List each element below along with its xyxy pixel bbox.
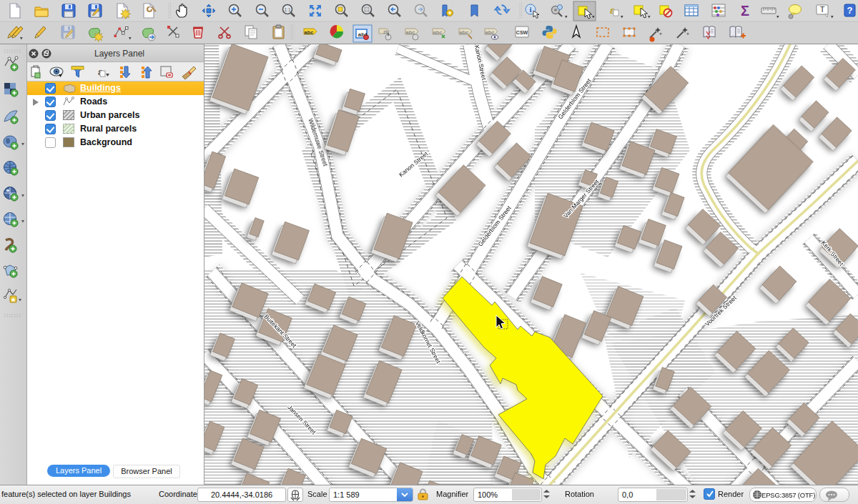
- svg-text:zb: zb: [383, 29, 388, 34]
- svg-text:1:1: 1:1: [284, 7, 290, 12]
- svg-text:Layers Panel: Layers Panel: [94, 49, 144, 59]
